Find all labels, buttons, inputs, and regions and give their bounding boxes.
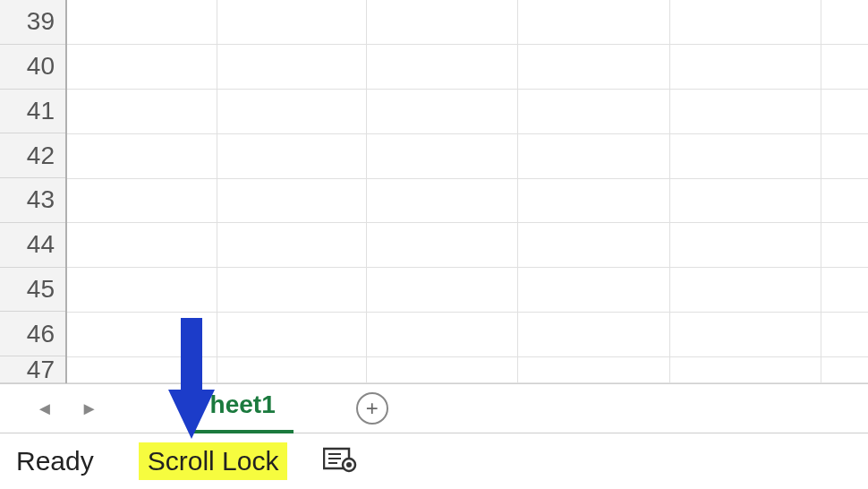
cell[interactable] <box>670 357 821 382</box>
cell[interactable] <box>367 134 518 178</box>
cell[interactable] <box>367 268 518 312</box>
cell[interactable] <box>670 223 821 267</box>
cell[interactable] <box>67 223 217 267</box>
sheet-tab-bar: ◄ ► heet1 + <box>0 384 868 433</box>
tab-nav-prev-icon[interactable]: ◄ <box>36 399 54 419</box>
row-header[interactable]: 43 <box>0 178 65 223</box>
cell[interactable] <box>670 179 821 223</box>
cell[interactable] <box>670 0 821 44</box>
status-ready-label: Ready <box>16 446 94 476</box>
spreadsheet-grid[interactable]: 39 40 41 42 43 44 45 46 47 <box>0 0 868 384</box>
cell[interactable] <box>670 90 821 133</box>
cell[interactable] <box>217 179 367 223</box>
cell[interactable] <box>67 0 217 44</box>
row-header[interactable]: 40 <box>0 45 65 90</box>
cell[interactable] <box>670 45 821 89</box>
macro-record-icon[interactable] <box>323 445 357 477</box>
cell[interactable] <box>518 90 670 133</box>
cell[interactable] <box>518 134 670 178</box>
cell[interactable] <box>217 268 367 312</box>
cell[interactable] <box>67 357 217 382</box>
cell[interactable] <box>367 179 518 223</box>
cell[interactable] <box>67 134 217 178</box>
svg-point-5 <box>346 462 352 468</box>
cell[interactable] <box>518 357 670 382</box>
cell[interactable] <box>821 45 868 89</box>
cell[interactable] <box>217 45 367 89</box>
cell[interactable] <box>367 0 518 44</box>
cell[interactable] <box>821 0 868 44</box>
cells-area[interactable] <box>67 0 868 383</box>
row-header[interactable]: 46 <box>0 312 65 356</box>
cell[interactable] <box>67 268 217 312</box>
cell[interactable] <box>67 90 217 133</box>
cell[interactable] <box>821 268 868 312</box>
row-header[interactable]: 42 <box>0 133 65 178</box>
cell[interactable] <box>518 268 670 312</box>
row-header[interactable]: 39 <box>0 0 65 45</box>
cell[interactable] <box>518 45 670 89</box>
cell[interactable] <box>217 0 367 44</box>
cell[interactable] <box>217 223 367 267</box>
row-header[interactable]: 44 <box>0 223 65 268</box>
row-header[interactable]: 41 <box>0 90 65 134</box>
cell[interactable] <box>367 357 518 382</box>
cell[interactable] <box>367 223 518 267</box>
cell[interactable] <box>518 0 670 44</box>
cell[interactable] <box>217 134 367 178</box>
plus-icon: + <box>366 398 379 419</box>
cell[interactable] <box>67 45 217 89</box>
row-header[interactable]: 47 <box>0 356 65 383</box>
cell[interactable] <box>821 179 868 223</box>
cell[interactable] <box>217 357 367 382</box>
cell[interactable] <box>821 357 868 382</box>
cell[interactable] <box>670 313 821 356</box>
cell[interactable] <box>518 313 670 356</box>
cell[interactable] <box>217 313 367 356</box>
cell[interactable] <box>67 179 217 223</box>
cell[interactable] <box>518 179 670 223</box>
cell[interactable] <box>518 223 670 267</box>
cell[interactable] <box>821 313 868 356</box>
cell[interactable] <box>367 45 518 89</box>
status-scroll-lock-label: Scroll Lock <box>139 442 288 480</box>
add-sheet-button[interactable]: + <box>356 392 388 425</box>
cell[interactable] <box>367 313 518 356</box>
cell[interactable] <box>217 90 367 133</box>
cell[interactable] <box>670 268 821 312</box>
cell[interactable] <box>821 90 868 133</box>
sheet-tab-active[interactable]: heet1 <box>192 384 294 433</box>
status-bar: Ready Scroll Lock <box>0 433 868 489</box>
cell[interactable] <box>367 90 518 133</box>
cell[interactable] <box>821 134 868 178</box>
row-header[interactable]: 45 <box>0 268 65 313</box>
cell[interactable] <box>821 223 868 267</box>
cell[interactable] <box>670 134 821 178</box>
row-headers-column: 39 40 41 42 43 44 45 46 47 <box>0 0 67 383</box>
cell[interactable] <box>67 313 217 356</box>
tab-nav-next-icon[interactable]: ► <box>81 399 98 419</box>
